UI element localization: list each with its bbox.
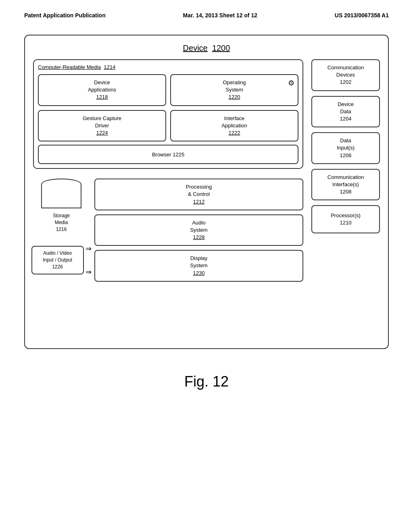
fig-label: Fig. 12 [0,373,413,390]
crm-title: Computer-Readable Media 1214 [38,64,298,70]
audio-system-box: AudioSystem 1228 [94,214,303,246]
browser-box: Browser 1225 [38,145,298,164]
processing-control-box: Processing& Control 1212 [94,179,303,210]
left-section: Computer-Readable Media 1214 DeviceAppli… [33,59,303,282]
arrow-to-display: ⇒ [86,268,92,276]
display-system-box: DisplaySystem 1230 [94,250,303,282]
bottom-middle: Processing& Control 1212 AudioSystem 122… [94,179,303,282]
bottom-left: StorageMedia 1216 Audio / VideoInput / O… [33,179,90,282]
bottom-section: StorageMedia 1216 Audio / VideoInput / O… [33,179,303,282]
crm-inner: DeviceApplications 1218 OperatingSystem … [38,74,298,141]
storage-media-cylinder: StorageMedia 1216 [41,179,81,233]
arrow-to-audio: ⇒ [86,244,92,253]
av-section: Audio / VideoInput / Output 1226 ⇒ ⇒ [31,244,92,276]
operating-system-box: OperatingSystem 1220 ⚙ [170,74,298,106]
av-arrows: ⇒ ⇒ [86,244,92,276]
gear-icon: ⚙ [288,78,294,88]
data-inputs-box: DataInput(s) 1206 [311,132,380,164]
page-header: Patent Application Publication Mar. 14, … [0,0,413,27]
crm-box: Computer-Readable Media 1214 DeviceAppli… [33,59,303,169]
communication-interfaces-box: CommunicationInterface(s) 1208 [311,169,380,201]
right-section: CommunicationDevices 1202 DeviceData 120… [311,59,380,282]
device-title: Device 1200 [33,44,380,53]
diagram-container: Device 1200 Computer-Readable Media 1214… [24,35,389,349]
header-left: Patent Application Publication [24,12,106,19]
processors-box: Processor(s) 1210 [311,205,380,233]
gesture-capture-box: Gesture CaptureDriver 1224 [38,110,166,142]
av-io-box: Audio / VideoInput / Output 1226 [31,246,84,274]
communication-devices-box: CommunicationDevices 1202 [311,59,380,91]
main-layout: Computer-Readable Media 1214 DeviceAppli… [33,59,380,282]
device-applications-box: DeviceApplications 1218 [38,74,166,106]
device-data-box: DeviceData 1204 [311,96,380,128]
interface-application-box: InterfaceApplication 1222 [170,110,298,142]
storage-media-label: StorageMedia 1216 [53,212,70,233]
cylinder-body [41,184,81,208]
header-middle: Mar. 14, 2013 Sheet 12 of 12 [183,12,257,19]
header-right: US 2013/0067358 A1 [335,12,389,19]
cylinder-shape [41,179,81,211]
